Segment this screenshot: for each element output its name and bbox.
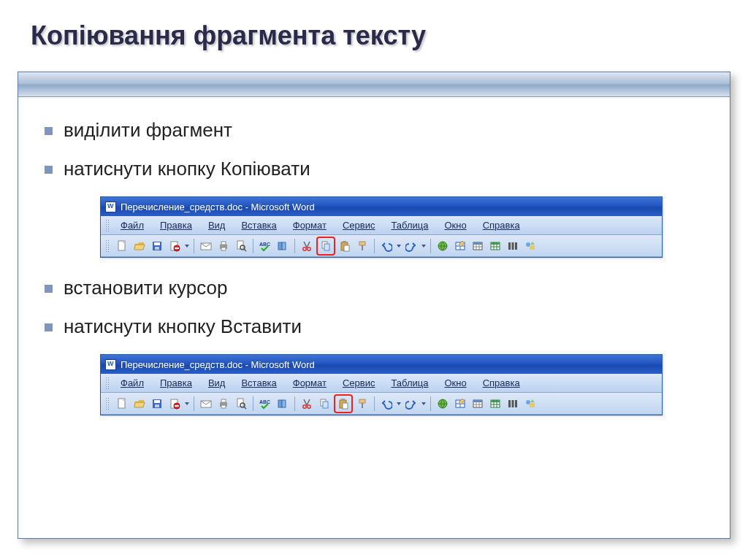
svg-rect-67 bbox=[341, 399, 345, 401]
undo-icon[interactable] bbox=[378, 396, 394, 412]
separator bbox=[430, 239, 431, 253]
svg-rect-10 bbox=[221, 248, 226, 250]
dropdown-icon[interactable] bbox=[184, 238, 190, 254]
menu-insert[interactable]: Вставка bbox=[233, 217, 284, 234]
toolbar-grip[interactable] bbox=[105, 397, 110, 410]
insert-table-icon[interactable] bbox=[470, 396, 486, 412]
insert-excel-icon[interactable] bbox=[487, 396, 503, 412]
svg-text:ABC: ABC bbox=[259, 399, 270, 404]
menu-tools[interactable]: Сервис bbox=[335, 375, 383, 391]
undo-icon[interactable] bbox=[378, 238, 394, 254]
svg-rect-24 bbox=[359, 242, 365, 245]
svg-point-18 bbox=[308, 247, 310, 250]
menu-view[interactable]: Вид bbox=[200, 375, 234, 391]
tables-borders-icon[interactable] bbox=[452, 396, 468, 412]
svg-rect-15 bbox=[278, 242, 282, 250]
new-icon[interactable] bbox=[114, 238, 130, 254]
svg-rect-42 bbox=[515, 242, 517, 250]
paste-icon[interactable] bbox=[337, 238, 353, 254]
email-icon[interactable] bbox=[198, 396, 214, 412]
separator bbox=[294, 239, 295, 253]
preview-icon[interactable] bbox=[233, 238, 249, 254]
svg-rect-51 bbox=[175, 405, 179, 407]
toolbar-grip[interactable] bbox=[105, 377, 110, 390]
hyperlink-icon[interactable] bbox=[435, 396, 451, 412]
drawing-icon[interactable] bbox=[522, 238, 538, 254]
permission-icon[interactable] bbox=[167, 396, 183, 412]
menu-file[interactable]: Файл bbox=[112, 375, 152, 391]
svg-rect-61 bbox=[282, 400, 286, 407]
menu-table[interactable]: Таблица bbox=[383, 217, 436, 234]
cut-icon[interactable] bbox=[299, 238, 315, 254]
paste-icon[interactable] bbox=[334, 394, 353, 413]
spelling-icon[interactable]: ABC bbox=[257, 396, 273, 412]
copy-icon[interactable] bbox=[316, 237, 335, 256]
dropdown-icon[interactable] bbox=[421, 396, 427, 412]
separator bbox=[253, 396, 253, 411]
format-painter-icon[interactable] bbox=[354, 396, 370, 412]
titlebar[interactable]: Перечисление_средств.doc - Microsoft Wor… bbox=[101, 355, 662, 374]
menu-window[interactable]: Окно bbox=[436, 217, 474, 234]
menubar: Файл Правка Вид Вставка Формат Сервис Та… bbox=[101, 374, 662, 393]
format-painter-icon[interactable] bbox=[354, 238, 370, 254]
redo-icon[interactable] bbox=[403, 238, 419, 254]
svg-point-17 bbox=[303, 247, 306, 250]
svg-rect-65 bbox=[323, 402, 328, 408]
menu-window[interactable]: Окно bbox=[436, 375, 474, 391]
standard-toolbar: ABC bbox=[101, 393, 662, 415]
menu-tools[interactable]: Сервис bbox=[335, 217, 383, 234]
spelling-icon[interactable]: ABC bbox=[257, 238, 273, 254]
hyperlink-icon[interactable] bbox=[435, 238, 451, 254]
dropdown-icon[interactable] bbox=[184, 396, 190, 412]
menu-table[interactable]: Таблица bbox=[383, 375, 436, 391]
menu-edit[interactable]: Правка bbox=[152, 217, 200, 234]
research-icon[interactable] bbox=[275, 396, 291, 412]
new-icon[interactable] bbox=[114, 396, 130, 412]
tables-borders-icon[interactable] bbox=[452, 238, 468, 254]
bullet-item: натиснути кнопку Вставити bbox=[45, 315, 706, 338]
svg-rect-68 bbox=[343, 403, 348, 409]
svg-rect-81 bbox=[491, 400, 500, 402]
print-icon[interactable] bbox=[215, 396, 232, 412]
titlebar-text: Перечисление_средств.doc - Microsoft Wor… bbox=[121, 359, 315, 370]
email-icon[interactable] bbox=[198, 238, 214, 254]
toolbar-grip[interactable] bbox=[105, 219, 110, 232]
menu-insert[interactable]: Вставка bbox=[233, 375, 284, 391]
svg-rect-6 bbox=[175, 248, 179, 249]
menu-help[interactable]: Справка bbox=[475, 375, 528, 391]
menu-file[interactable]: Файл bbox=[112, 217, 152, 234]
save-icon[interactable] bbox=[149, 396, 165, 412]
permission-icon[interactable] bbox=[167, 238, 183, 254]
open-icon[interactable] bbox=[131, 238, 148, 254]
dropdown-icon[interactable] bbox=[396, 396, 402, 412]
open-icon[interactable] bbox=[131, 396, 148, 412]
titlebar-text: Перечисление_средств.doc - Microsoft Wor… bbox=[121, 202, 315, 212]
menu-view[interactable]: Вид bbox=[200, 217, 234, 234]
redo-icon[interactable] bbox=[403, 396, 419, 412]
save-icon[interactable] bbox=[149, 238, 165, 254]
dropdown-icon[interactable] bbox=[396, 238, 402, 254]
drawing-icon[interactable] bbox=[522, 396, 538, 412]
insert-excel-icon[interactable] bbox=[487, 238, 503, 254]
research-icon[interactable] bbox=[275, 238, 291, 254]
menu-format[interactable]: Формат bbox=[285, 375, 335, 391]
menu-format[interactable]: Формат bbox=[285, 217, 335, 234]
separator bbox=[294, 396, 295, 411]
separator bbox=[374, 239, 375, 253]
menu-edit[interactable]: Правка bbox=[152, 375, 200, 391]
titlebar[interactable]: Перечисление_средств.doc - Microsoft Wor… bbox=[101, 197, 662, 216]
columns-icon[interactable] bbox=[505, 396, 521, 412]
insert-table-icon[interactable] bbox=[470, 238, 486, 254]
copy-icon[interactable] bbox=[316, 396, 332, 412]
preview-icon[interactable] bbox=[233, 396, 249, 412]
columns-icon[interactable] bbox=[505, 238, 521, 254]
standard-toolbar: ABC bbox=[101, 235, 662, 257]
print-icon[interactable] bbox=[215, 238, 232, 254]
svg-text:ABC: ABC bbox=[259, 242, 270, 247]
menu-help[interactable]: Справка bbox=[475, 217, 528, 234]
separator bbox=[374, 396, 375, 411]
cut-icon[interactable] bbox=[299, 396, 315, 412]
dropdown-icon[interactable] bbox=[421, 238, 427, 254]
separator bbox=[253, 239, 253, 253]
toolbar-grip[interactable] bbox=[105, 239, 110, 253]
